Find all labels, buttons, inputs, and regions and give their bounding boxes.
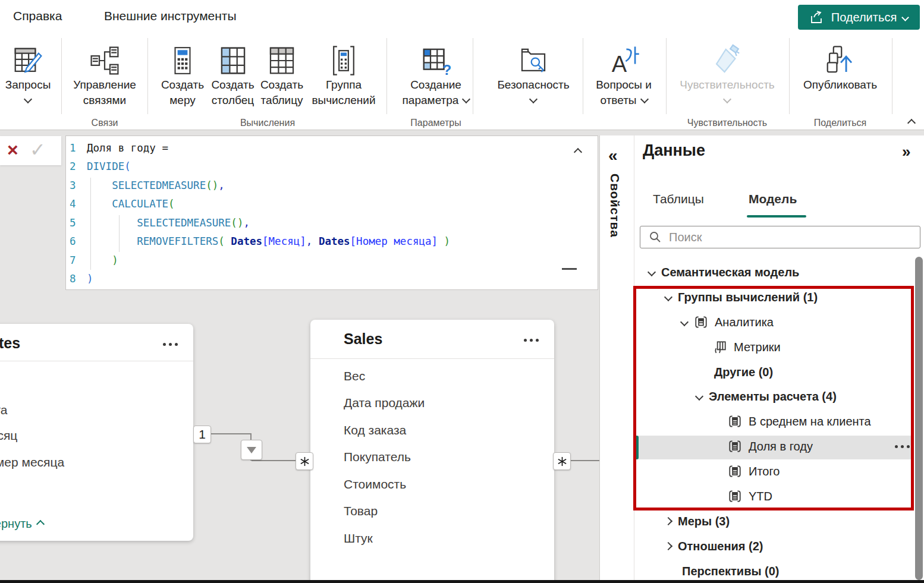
new-table-label-1: Создать bbox=[260, 78, 303, 91]
relationship-line bbox=[210, 433, 251, 434]
tab-model[interactable]: Модель bbox=[749, 192, 797, 206]
tree-item-other[interactable]: Другие (0) bbox=[714, 361, 773, 383]
ribbon-separator bbox=[147, 38, 148, 114]
ribbon-separator bbox=[666, 38, 667, 114]
editor-resize-handle[interactable] bbox=[562, 268, 577, 270]
menu-bar: Справка Внешние инструменты Поделиться bbox=[0, 0, 924, 36]
security-label: Безопасность bbox=[497, 77, 569, 93]
new-parameter-chevron-icon bbox=[462, 95, 470, 103]
security-button[interactable]: Безопасность bbox=[489, 39, 578, 102]
sales-table-card[interactable]: Sales Вес Дата продажи Код заказа Покупа… bbox=[310, 320, 554, 583]
tree-item-ytd[interactable]: YTD bbox=[728, 485, 772, 508]
sales-field[interactable]: Покупатель bbox=[344, 450, 411, 464]
chevron-down-icon bbox=[664, 293, 672, 301]
data-pane-title: Данные bbox=[643, 141, 705, 160]
cardinality-many-badge bbox=[553, 452, 571, 470]
group-label-parameters: Параметры bbox=[410, 118, 461, 128]
collapse-formula-bar-chevron-icon[interactable] bbox=[574, 148, 582, 156]
search-input[interactable] bbox=[668, 230, 920, 245]
cardinality-many-badge bbox=[296, 452, 313, 470]
right-panel: « Свойства Данные » Таблицы Модель Семан… bbox=[599, 135, 924, 583]
new-parameter-button[interactable]: ? Создание параметра bbox=[397, 39, 474, 108]
panel-divider bbox=[634, 135, 634, 583]
cancel-formula-icon[interactable]: × bbox=[7, 139, 18, 161]
sales-field[interactable]: Стоимость bbox=[344, 477, 406, 491]
new-table-label-2: таблицу bbox=[260, 94, 303, 106]
dates-card-more-icon[interactable] bbox=[163, 343, 178, 346]
qa-language-icon: A bbox=[607, 39, 640, 77]
calculator-icon bbox=[168, 39, 197, 77]
share-icon bbox=[810, 10, 825, 24]
svg-text:A: A bbox=[612, 52, 627, 77]
window-bottom-edge bbox=[0, 580, 924, 583]
tab-tables[interactable]: Таблицы bbox=[653, 192, 704, 206]
ribbon-separator bbox=[583, 38, 583, 114]
relationship-line bbox=[252, 460, 297, 461]
tree-item-perspectives[interactable]: Перспективы (0) bbox=[682, 560, 780, 582]
filter-direction-arrow bbox=[241, 440, 262, 460]
manage-relationships-button[interactable]: Управление связями bbox=[63, 39, 146, 108]
table-column-icon bbox=[217, 39, 249, 77]
sales-field[interactable]: Штук bbox=[344, 531, 373, 546]
qa-chevron-icon bbox=[640, 95, 648, 103]
dates-collapse-link[interactable]: Свернуть bbox=[0, 517, 43, 531]
collapse-properties-icon[interactable]: « bbox=[608, 146, 618, 165]
queries-label: Запросы bbox=[5, 77, 51, 93]
chevron-right-icon bbox=[664, 517, 672, 525]
calculation-group-icon bbox=[694, 315, 708, 329]
sales-card-title: Sales bbox=[344, 330, 382, 348]
calculation-group-button[interactable]: Группа вычислений bbox=[308, 39, 379, 108]
dates-field[interactable]: Номер месяца bbox=[0, 455, 64, 469]
queries-button[interactable]: Запросы bbox=[2, 39, 54, 102]
sales-field[interactable]: Товар bbox=[344, 504, 378, 518]
sensitivity-button: Чувствительность bbox=[668, 39, 787, 102]
accept-formula-icon[interactable]: ✓ bbox=[30, 138, 46, 161]
ribbon-separator bbox=[386, 38, 387, 114]
tree-item-analytics[interactable]: Аналитика bbox=[681, 311, 774, 333]
calculation-item-icon bbox=[728, 439, 742, 453]
dax-formula-editor[interactable]: 1Доля в году = 2DIVIDE( 3 SELECTEDMEASUR… bbox=[65, 135, 598, 290]
tab-external-tools[interactable]: Внешние инструменты bbox=[104, 9, 237, 23]
expand-pane-icon[interactable]: » bbox=[902, 143, 910, 161]
many-asterisk-icon bbox=[557, 456, 567, 467]
sales-field[interactable]: Дата продажи bbox=[344, 396, 425, 410]
svg-text:?: ? bbox=[442, 62, 451, 77]
new-column-label-1: Создать bbox=[211, 78, 254, 91]
group-label-calculations: Вычисления bbox=[240, 118, 295, 128]
tab-help[interactable]: Справка bbox=[13, 9, 62, 23]
manage-relationships-label-2: связями bbox=[83, 94, 126, 106]
sales-card-more-icon[interactable] bbox=[524, 339, 539, 342]
vertical-scrollbar[interactable] bbox=[915, 257, 923, 580]
tree-item-relationships[interactable]: Отношения (2) bbox=[665, 535, 763, 557]
tree-item-semantic-model[interactable]: Семантическая модель bbox=[649, 261, 799, 283]
tree-item-total[interactable]: Итого bbox=[728, 460, 780, 483]
publish-button[interactable]: Опубликовать bbox=[796, 39, 885, 93]
tree-item-calculation-items[interactable]: Элементы расчета (4) bbox=[696, 385, 837, 408]
share-button[interactable]: Поделиться bbox=[798, 5, 920, 30]
calculation-item-icon bbox=[728, 464, 742, 478]
sales-field[interactable]: Код заказа bbox=[344, 423, 406, 437]
tree-item-calculation-groups[interactable]: Группы вычислений (1) bbox=[665, 286, 818, 308]
tab-properties-vertical[interactable]: Свойства bbox=[608, 174, 622, 238]
collapse-ribbon-chevron-icon[interactable] bbox=[907, 119, 916, 127]
new-measure-button[interactable]: Создать меру bbox=[156, 39, 209, 108]
dates-field[interactable]: Дата bbox=[0, 403, 8, 417]
qa-button[interactable]: A Вопросы и ответы bbox=[588, 39, 659, 108]
search-box[interactable] bbox=[640, 226, 920, 248]
ribbon-separator bbox=[61, 38, 62, 114]
new-column-button[interactable]: Создать столбец bbox=[205, 39, 261, 108]
new-measure-label-2: меру bbox=[169, 94, 195, 106]
dates-field[interactable]: Месяц bbox=[0, 428, 17, 443]
dates-table-card[interactable]: Dates Год Дата Месяц Номер месяца Сверну… bbox=[0, 324, 193, 541]
row-more-options-icon[interactable] bbox=[895, 445, 910, 448]
tree-item-share-of-year[interactable]: Доля в году bbox=[728, 435, 813, 458]
sales-field[interactable]: Вес bbox=[344, 369, 365, 383]
tree-item-metrics[interactable]: Метрики bbox=[713, 336, 781, 358]
new-table-button[interactable]: Создать таблицу bbox=[254, 39, 309, 108]
chevron-down-icon bbox=[680, 318, 689, 326]
tree-item-avg-per-client[interactable]: В среднем на клиента bbox=[728, 410, 871, 433]
tree-item-measures[interactable]: Меры (3) bbox=[665, 510, 730, 532]
sensitivity-tag-icon bbox=[711, 39, 744, 77]
calculation-item-icon bbox=[728, 414, 742, 428]
new-column-label-2: столбец bbox=[212, 94, 254, 106]
